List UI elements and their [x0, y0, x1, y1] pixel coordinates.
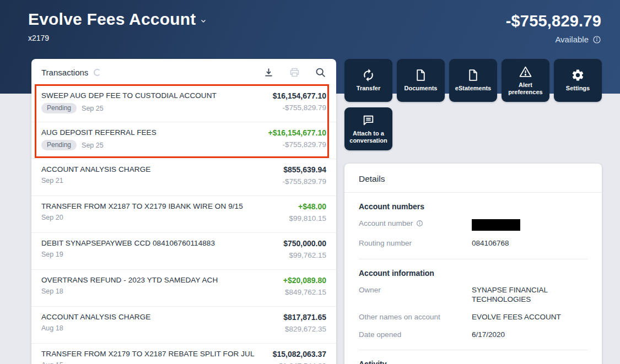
account-number-label: Account number [359, 219, 413, 227]
table-row[interactable]: SWEEP AUG DEP FEE TO CUSTODIAL ACCOUNT P… [31, 85, 336, 122]
transaction-balance: $829,672.35 [283, 325, 326, 333]
chevron-down-icon [200, 18, 207, 24]
transaction-balance: -$755,829.79 [282, 177, 326, 186]
transaction-date: Sep 25 [82, 105, 104, 112]
transaction-description: DEBIT SYNAPSEPAYWEB CCD 084106760114883 [41, 239, 215, 247]
transactions-title: Transactions [41, 68, 88, 77]
transaction-date: Sep 25 [82, 142, 104, 149]
transfer-icon [362, 68, 375, 82]
transaction-description: AUG DEPOSIT REFERRAL FEES [41, 128, 157, 137]
other-names-value: EVOLVE FEES ACCOUNT [472, 313, 587, 322]
action-label: Attach to a conversation [344, 130, 392, 144]
account-mask: x2179 [28, 34, 207, 42]
routing-number-value: 084106768 [472, 239, 587, 248]
account-title: Evolve Fees Account [28, 10, 196, 29]
info-icon[interactable] [416, 220, 423, 227]
loading-spinner-icon [94, 69, 101, 76]
transaction-description: ACCOUNT ANALYSIS CHARGE [41, 313, 150, 321]
transaction-balance: -$755,829.79 [268, 140, 327, 149]
transaction-description: TRANSFER FROM X2179 TO X2187 REBATE SPLI… [41, 350, 255, 358]
transaction-amount: $16,154,677.10 [273, 91, 326, 100]
transaction-description: TRANSFER FROM X2187 TO X2179 IBANK WIRE … [41, 202, 243, 210]
document-icon [414, 68, 428, 82]
info-icon[interactable] [592, 35, 601, 44]
transaction-amount: $15,082,063.37 [273, 350, 326, 358]
transaction-amount: +$48.00 [289, 202, 326, 211]
alert-preferences-button[interactable]: Alert preferences [502, 59, 549, 102]
transaction-balance: $99,762.15 [283, 251, 326, 259]
action-label: Settings [564, 85, 591, 92]
document-icon [466, 68, 480, 82]
account-numbers-heading: Account numbers [359, 202, 587, 211]
table-row[interactable]: OVERTRANS REFUND - 2023 YTD SAMEDAY ACH … [31, 270, 336, 307]
other-names-label: Other names on account [359, 313, 472, 321]
transaction-amount: +$16,154,677.10 [268, 128, 327, 137]
details-title: Details [344, 164, 602, 192]
table-row[interactable]: AUG DEPOSIT REFERRAL FEES PendingSep 25 … [31, 122, 336, 159]
details-panel: Details Account numbers Account number R… [344, 164, 602, 364]
routing-number-label: Routing number [359, 239, 472, 247]
documents-button[interactable]: Documents [397, 59, 445, 102]
transaction-balance: -$755,829.79 [273, 104, 326, 112]
transactions-panel: Transactions SWEEP AUG DEP FEE TO CUSTOD… [31, 59, 336, 364]
download-icon[interactable] [263, 67, 274, 78]
available-label: Available [555, 35, 589, 44]
table-row[interactable]: ACCOUNT ANALYSIS CHARGE Aug 18 $817,871.… [31, 307, 336, 344]
table-row[interactable]: ACCOUNT ANALYSIS CHARGE Sep 21 $855,639.… [31, 159, 336, 196]
transfer-button[interactable]: Transfer [344, 59, 392, 102]
action-label: eStatements [454, 85, 493, 92]
date-opened-label: Date opened [359, 330, 472, 339]
redacted-account-number [472, 219, 520, 231]
activity-heading: Activity [359, 360, 587, 364]
transaction-amount: $817,871.65 [283, 313, 326, 322]
action-label: Transfer [355, 85, 382, 92]
account-balance: -$755,829.79 [506, 12, 601, 30]
transaction-amount: +$20,089.80 [283, 276, 326, 285]
chat-icon [362, 113, 375, 127]
account-information-heading: Account information [359, 269, 587, 278]
transaction-date: Aug 18 [41, 324, 63, 332]
status-badge: Pending [41, 103, 77, 113]
transaction-balance: $99,810.15 [289, 214, 326, 222]
transaction-date: Sep 21 [41, 177, 63, 184]
transaction-balance: $1,647,544.80 [273, 362, 326, 364]
table-row[interactable]: TRANSFER FROM X2179 TO X2187 REBATE SPLI… [31, 344, 336, 364]
owner-value: SYNAPSE FINANCIAL TECHNOLOGIES [472, 286, 568, 305]
transaction-description: SWEEP AUG DEP FEE TO CUSTODIAL ACCOUNT [41, 91, 217, 100]
alert-triangle-icon [519, 65, 532, 79]
status-badge: Pending [41, 140, 77, 150]
search-icon[interactable] [315, 67, 326, 78]
date-opened-value: 6/17/2020 [472, 330, 587, 340]
transaction-description: ACCOUNT ANALYSIS CHARGE [41, 165, 150, 173]
transaction-amount: $750,000.00 [283, 239, 326, 248]
transaction-balance: $849,762.15 [283, 288, 326, 296]
action-label: Alert preferences [502, 82, 549, 96]
account-title-dropdown[interactable]: Evolve Fees Account [28, 10, 207, 29]
table-row[interactable]: TRANSFER FROM X2187 TO X2179 IBANK WIRE … [31, 196, 336, 233]
gear-icon [571, 68, 585, 82]
transaction-date: Sep 20 [41, 214, 63, 221]
settings-button[interactable]: Settings [554, 59, 602, 102]
transaction-date: Sep 18 [41, 287, 63, 295]
estatements-button[interactable]: eStatements [449, 59, 497, 102]
transaction-description: OVERTRANS REFUND - 2023 YTD SAMEDAY ACH [41, 276, 218, 284]
transaction-date: Sep 19 [41, 251, 63, 258]
transaction-date: Aug 15 [41, 361, 63, 364]
attach-to-conversation-button[interactable]: Attach to a conversation [344, 107, 392, 150]
print-icon[interactable] [289, 67, 300, 78]
owner-label: Owner [359, 286, 472, 294]
table-row[interactable]: DEBIT SYNAPSEPAYWEB CCD 084106760114883 … [31, 233, 336, 270]
transaction-amount: $855,639.94 [282, 165, 326, 174]
action-label: Documents [403, 85, 439, 92]
